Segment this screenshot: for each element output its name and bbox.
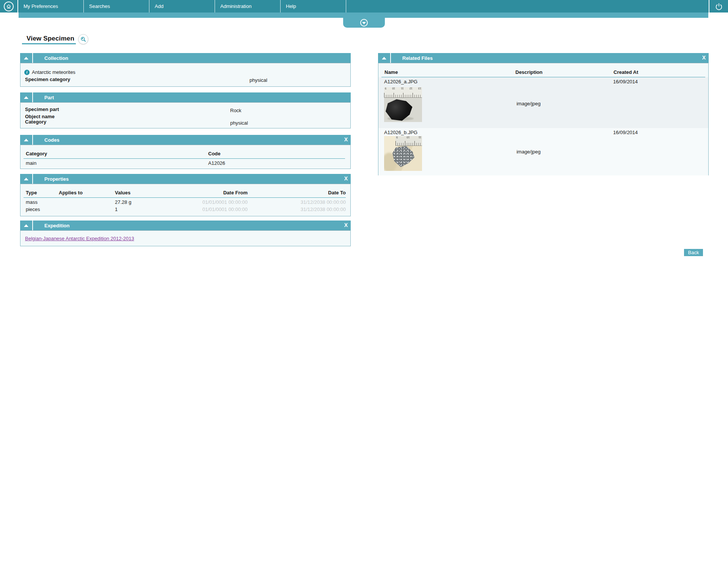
column-header: Name — [384, 69, 398, 75]
field-value: physical — [249, 77, 267, 83]
collapse-arrow-icon — [24, 57, 28, 59]
codes-panel-title: Codes — [44, 137, 60, 143]
view-specimen-screen: My Preferences Searches Add Administrati… — [0, 0, 728, 585]
part-panel-body: Specimen part Rock Object name Category … — [20, 102, 351, 128]
column-header: Values — [115, 190, 130, 196]
top-navigation-bar: My Preferences Searches Add Administrati… — [0, 0, 728, 13]
expedition-panel: Expedition X Belgian-Japanese Antarctic … — [20, 221, 351, 246]
page-title: View Specimen — [27, 35, 74, 42]
codes-collapse-button[interactable] — [20, 135, 33, 145]
part-collapse-button[interactable] — [20, 92, 33, 102]
related-files-panel-title: Related Files — [402, 55, 433, 61]
properties-panel: Properties X Type Applies to Values Date… — [20, 174, 351, 216]
column-header: Description — [515, 69, 543, 75]
column-header: Type — [26, 190, 37, 196]
power-icon — [715, 2, 723, 11]
nav-item-administration[interactable]: Administration — [215, 0, 281, 13]
column-header: Code — [208, 151, 221, 156]
collapse-arrow-icon — [382, 57, 386, 59]
column-header: Date From — [223, 190, 248, 196]
part-panel: Part Specimen part Rock Object name Cate… — [20, 92, 351, 128]
column-header: Created At — [613, 69, 638, 75]
property-date-to-cell: 31/12/2038 00:00:00 — [301, 206, 346, 212]
file-created-at: 16/09/2014 — [613, 79, 638, 84]
expedition-collapse-button[interactable] — [20, 221, 33, 230]
collection-panel-title: Collection — [44, 55, 68, 61]
ruler-in-photo: 11109 — [395, 136, 422, 146]
field-label: Object name — [25, 114, 55, 119]
related-files-panel-body: Name Description Created At A12026_a.JPG… — [378, 63, 709, 175]
property-date-from-cell: 01/01/0001 00:00:00 — [202, 199, 248, 205]
header-rule — [24, 197, 346, 198]
part-panel-title: Part — [44, 95, 54, 100]
property-type-cell: pieces — [26, 206, 40, 212]
part-panel-header: Part — [20, 92, 351, 102]
codes-close-button[interactable]: X — [344, 136, 348, 143]
property-type-cell: mass — [26, 199, 38, 205]
collapse-arrow-icon — [24, 224, 28, 227]
properties-collapse-button[interactable] — [20, 174, 33, 184]
collapse-arrow-icon — [24, 96, 28, 99]
property-date-to-cell: 31/12/2038 00:00:00 — [301, 199, 346, 205]
expedition-link[interactable]: Belgian-Japanese Antarctic Expedition 20… — [25, 236, 134, 241]
file-description: image/jpeg — [516, 101, 541, 106]
collapse-arrow-icon — [24, 139, 28, 141]
collection-panel-header: Collection — [20, 53, 351, 63]
codes-panel-header: Codes X — [20, 135, 351, 145]
collapse-arrow-icon — [24, 178, 28, 180]
nav-item-my-preferences[interactable]: My Preferences — [18, 0, 84, 13]
file-thumbnail-a12026-a[interactable]: 131211109 — [384, 87, 422, 122]
expedition-panel-header: Expedition X — [20, 221, 351, 230]
field-label: Specimen category — [25, 77, 70, 82]
file-created-at: 16/09/2014 — [613, 130, 638, 135]
home-button[interactable] — [0, 0, 18, 13]
related-files-close-button[interactable]: X — [702, 55, 706, 61]
code-value-cell: A12026 — [208, 160, 225, 166]
specimen-search-button[interactable] — [78, 34, 88, 44]
zoom-search-icon — [80, 36, 86, 42]
nav-item-add[interactable]: Add — [149, 0, 215, 13]
properties-panel-header: Properties X — [20, 174, 351, 184]
field-label: Category — [25, 119, 46, 125]
expedition-panel-body: Belgian-Japanese Antarctic Expedition 20… — [20, 230, 351, 246]
property-date-from-cell: 01/01/0001 00:00:00 — [202, 206, 248, 212]
back-button[interactable]: Back — [684, 249, 703, 256]
nav-item-help[interactable]: Help — [281, 0, 346, 13]
properties-close-button[interactable]: X — [344, 175, 348, 182]
chevron-down-icon — [360, 19, 368, 27]
info-icon: i — [24, 70, 30, 75]
collection-collapse-button[interactable] — [20, 53, 33, 63]
codes-panel-body: Category Code main A12026 — [20, 145, 351, 169]
field-value: Rock — [230, 108, 242, 113]
properties-panel-title: Properties — [44, 176, 69, 182]
expedition-panel-title: Expedition — [44, 223, 69, 228]
secondary-bar — [19, 13, 708, 18]
column-header: Date To — [328, 190, 346, 196]
related-files-panel: Related Files X Name Description Created… — [378, 53, 709, 175]
collection-panel: Collection i Antarctic meteorites Specim… — [20, 53, 351, 87]
nav-item-searches[interactable]: Searches — [84, 0, 149, 13]
code-category-cell: main — [26, 160, 36, 166]
collection-panel-body: i Antarctic meteorites Specimen category… — [20, 63, 351, 87]
file-description: image/jpeg — [516, 149, 541, 155]
properties-panel-body: Type Applies to Values Date From Date To… — [20, 184, 351, 216]
column-header: Applies to — [59, 190, 83, 196]
toolbar-expand-tab[interactable] — [343, 18, 385, 28]
topbar-spacer — [346, 0, 709, 13]
related-files-panel-header: Related Files X — [378, 53, 709, 63]
codes-panel: Codes X Category Code main A12026 — [20, 135, 351, 169]
expedition-close-button[interactable]: X — [344, 222, 348, 228]
related-file-row: A12026_b.JPG 16/09/2014 11109 image/jpeg — [378, 128, 708, 175]
ruler-in-photo: 131211109 — [384, 87, 422, 98]
file-name: A12026_b.JPG — [384, 130, 417, 135]
header-rule — [24, 158, 345, 159]
collection-name: Antarctic meteorites — [32, 69, 75, 75]
field-value: physical — [230, 120, 248, 126]
column-header: Category — [26, 151, 47, 156]
page-title-underline — [22, 43, 76, 44]
property-value-cell: 27.28 g — [115, 199, 131, 205]
related-files-collapse-button[interactable] — [378, 53, 391, 63]
logout-button[interactable] — [709, 0, 728, 13]
home-icon — [4, 2, 14, 11]
file-thumbnail-a12026-b[interactable]: 11109 — [384, 136, 422, 171]
